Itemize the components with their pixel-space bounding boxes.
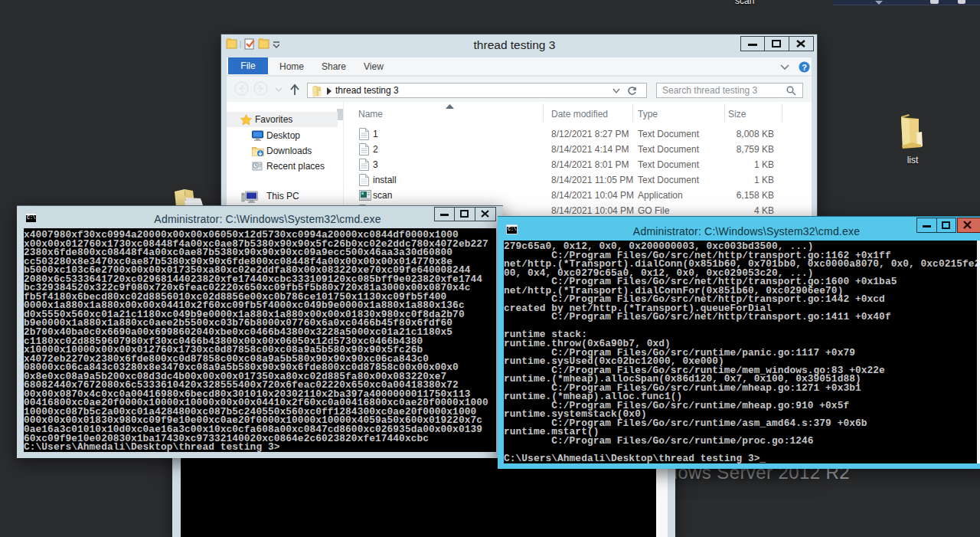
svg-text:?: ? xyxy=(802,63,807,72)
